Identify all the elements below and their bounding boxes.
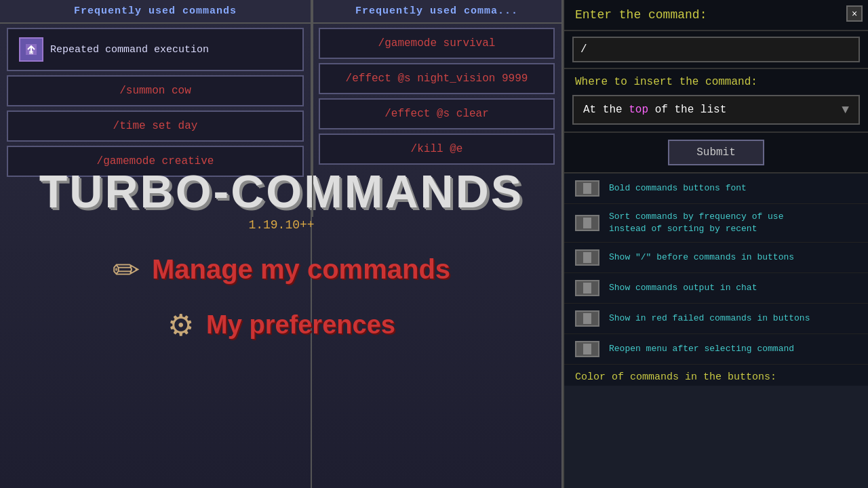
reopen-menu-label: Reopen menu after selecting command: [609, 343, 794, 355]
toggle-knob: [583, 218, 591, 228]
pencil-icon: ✏: [113, 251, 140, 289]
close-icon: ×: [852, 8, 857, 19]
preferences-label: My preferences: [206, 310, 395, 340]
setting-reopen-menu: Reopen menu after selecting command: [564, 334, 868, 365]
sort-frequency-label: Sort commands by frequency of useinstead…: [609, 211, 783, 235]
effect-night-vision-label: /effect @s night_vision 9999: [346, 73, 528, 85]
effect-night-vision-btn[interactable]: /effect @s night_vision 9999: [319, 63, 555, 94]
chevron-down-icon: ▼: [842, 103, 849, 117]
toggle-show-output[interactable]: [575, 280, 599, 296]
repeated-command-label: Repeated command execution: [50, 44, 209, 56]
toggle-bold-font[interactable]: [575, 180, 599, 197]
show-output-label: Show commands output in chat: [609, 282, 757, 294]
repeated-command-btn[interactable]: Repeated command execution: [7, 28, 304, 71]
toggle-sort-frequency[interactable]: [575, 215, 599, 231]
summon-cow-label: /summon cow: [119, 85, 191, 97]
right-panel: × Enter the command: Where to insert the…: [563, 0, 868, 488]
setting-sort-frequency: Sort commands by frequency of useinstead…: [564, 204, 868, 243]
repeat-icon: [19, 37, 43, 62]
panel-separator-1: [312, 0, 313, 217]
where-insert-label: Where to insert the command:: [564, 69, 868, 92]
gamemode-survival-label: /gamemode survival: [378, 37, 496, 49]
toggle-show-slash[interactable]: [575, 249, 599, 266]
setting-show-slash: Show "/" before commands in buttons: [564, 243, 868, 273]
dropdown-highlight: top: [629, 104, 648, 116]
settings-list: Bold commands buttons font Sort commands…: [564, 174, 868, 386]
toggle-knob: [583, 183, 591, 194]
submit-area: Submit: [564, 133, 868, 174]
toggle-knob: [583, 344, 591, 354]
toggle-knob: [583, 283, 591, 293]
command-input[interactable]: [572, 37, 860, 62]
time-set-day-label: /time set day: [113, 120, 198, 132]
close-button[interactable]: ×: [846, 5, 863, 22]
time-set-day-btn[interactable]: /time set day: [7, 110, 304, 142]
mid-panel-header: Frequently used comma...: [312, 0, 561, 24]
svg-rect-1: [29, 51, 33, 54]
show-red-failed-label: Show in red failed commands in buttons: [609, 312, 810, 325]
insert-position-dropdown-area: At the top of the list ▼: [564, 92, 868, 133]
enter-command-label: Enter the command:: [575, 8, 707, 22]
effect-clear-label: /effect @s clear: [384, 108, 489, 120]
submit-label: Submit: [696, 146, 736, 159]
enter-command-section: Enter the command:: [564, 0, 868, 31]
kill-all-label: /kill @e: [411, 143, 463, 155]
kill-all-btn[interactable]: /kill @e: [319, 134, 555, 165]
setting-bold-font: Bold commands buttons font: [564, 174, 868, 204]
manage-commands-label: Manage my commands: [152, 254, 450, 285]
show-slash-label: Show "/" before commands in buttons: [609, 251, 794, 264]
toggle-reopen-menu[interactable]: [575, 341, 599, 357]
summon-cow-btn[interactable]: /summon cow: [7, 75, 304, 106]
bold-font-label: Bold commands buttons font: [609, 182, 747, 195]
submit-button[interactable]: Submit: [668, 140, 764, 165]
dropdown-text: At the top of the list: [583, 104, 726, 116]
effect-clear-btn[interactable]: /effect @s clear: [319, 98, 555, 129]
toggle-knob: [583, 252, 591, 263]
gamemode-survival-btn[interactable]: /gamemode survival: [319, 28, 555, 59]
version-text: 1.19.10++: [248, 218, 314, 232]
preferences-button[interactable]: ⚙ My preferences: [140, 302, 422, 348]
manage-commands-button[interactable]: ✏ Manage my commands: [85, 244, 477, 296]
color-section-label: Color of commands in the buttons:: [564, 365, 868, 386]
logo-text: TURBO-COMMANDS: [39, 168, 524, 214]
gear-icon: ⚙: [167, 308, 194, 342]
toggle-knob: [583, 313, 591, 324]
left-panel-header: Frequently used commands: [0, 0, 311, 24]
logo-overlay: TURBO-COMMANDS 1.19.10++ ✏ Manage my com…: [0, 190, 563, 325]
setting-show-output: Show commands output in chat: [564, 273, 868, 304]
command-input-area: [564, 31, 868, 69]
insert-position-dropdown[interactable]: At the top of the list ▼: [572, 95, 860, 125]
toggle-show-red-failed[interactable]: [575, 310, 599, 327]
setting-show-red-failed: Show in red failed commands in buttons: [564, 304, 868, 334]
